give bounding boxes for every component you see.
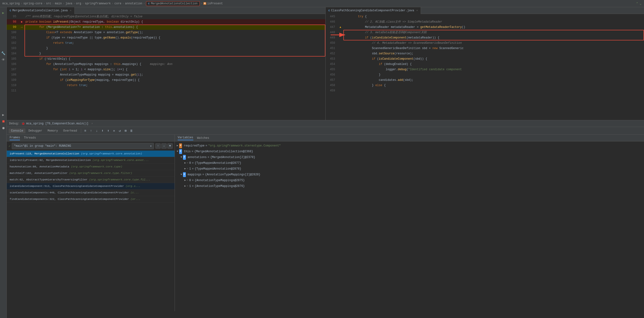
line-code-100: Class<? extends Annotation> type = annot… (24, 30, 325, 35)
frame-package-1: (org.springframework.core.annot... (92, 158, 149, 162)
var-toggle-annotations[interactable]: ▼ (180, 155, 182, 160)
breadcrumb-sep-4: › (63, 2, 64, 5)
breadcrumb-item-7: springframework (85, 2, 111, 5)
thread-filter[interactable]: ▼ (167, 143, 173, 149)
sidebar-step-over-icon[interactable]: ▶ (1, 112, 6, 117)
frame-item-3[interactable]: matchSelf:102, AnnotationTypeFilter (org… (7, 170, 174, 177)
var-name-ann-0: 0 (189, 161, 191, 166)
toolbar-icon-grid[interactable]: ⊞ (123, 128, 128, 133)
breadcrumb-item-1: mca_spring (2, 2, 20, 5)
frame-item-4[interactable]: match:62, AbstractTypeHierarchyTraversin… (7, 177, 174, 183)
code-line-108: 108 AnnotationTypeMapping mapping = mapp… (7, 72, 325, 77)
toolbar-icon-cancel[interactable]: ✕ (112, 128, 117, 133)
main-content: C MergedAnnotationsCollection.java × 95 … (7, 7, 644, 318)
tab-overhead[interactable]: Overhead (61, 128, 80, 133)
frame-method-1: isDirectlyPresent:92, MergedAnnotationsC… (10, 158, 92, 162)
sub-tab-frames[interactable]: Frames (10, 136, 20, 140)
line-code-448: // 3. metaData校验是否和@Component关联 (343, 30, 644, 35)
var-toggle-this[interactable]: ▼ (177, 149, 178, 154)
sidebar-eye-icon[interactable]: 👁 (1, 57, 6, 63)
thread-dropdown[interactable]: "main"@1 in group "main": RUNNING ▾ (12, 143, 154, 149)
var-item-this[interactable]: ▼ F this = {MergedAnnotationsCollection@… (177, 149, 642, 154)
sidebar-tools-icon[interactable]: 🔧 (1, 51, 6, 56)
var-name-annotations: annotations (188, 155, 206, 160)
breadcrumb-item-2: spring-core (23, 2, 42, 5)
frame-item-2[interactable]: hasAnnotation:80, AnnotationMetadata (or… (7, 164, 174, 170)
thread-nav-down[interactable]: ↓ (161, 143, 167, 149)
var-arr-icon-m-0: ≡ (187, 178, 188, 183)
workspace: ▶ 🔧 👁 ▶ ⏹ ⏺ C MergedAnnotationsCollectio… (0, 7, 644, 318)
sidebar-record-icon[interactable]: ⏺ (1, 125, 6, 131)
left-tab-close[interactable]: × (70, 9, 72, 12)
toolbar-icon-refresh[interactable]: ↺ (117, 128, 122, 133)
nav-down-icon[interactable]: ⌄ (640, 2, 642, 6)
line-code-99: for (MergedAnnotation<?> annotation : th… (24, 25, 325, 30)
toolbar-icon-rows[interactable]: ≣ (129, 128, 134, 133)
debug-session-text: mca_spring [T6_ComponentScan.main()] (26, 122, 88, 125)
thread-nav-up[interactable]: ↑ (155, 143, 161, 149)
var-item-map-1[interactable]: ▶ ≡ 1 = {AnnotationTypeMappings@2876} (177, 183, 642, 189)
tab-memory[interactable]: Memory (45, 128, 60, 133)
frame-item-0[interactable]: isPresent:115, MergedAnnotationsCollecti… (7, 150, 174, 157)
breadcrumb-nav-icons: ⌃ ⌄ (636, 2, 642, 6)
toolbar-icon-down2[interactable]: ⬇ (100, 128, 105, 133)
var-item-requiredType[interactable]: ▶ P requiredType = "org.springframework.… (177, 143, 642, 149)
frame-item-5[interactable]: isCandidateComponent:513, ClassPathScann… (7, 183, 174, 190)
var-item-mappings[interactable]: ▼ F mappings = {AnnotationTypeMappings[2… (177, 172, 642, 178)
code-line-451: 451 ScannedGenericBeanDefinition sbd = n… (326, 46, 644, 51)
breakpoint-icon-98[interactable]: ● (21, 19, 22, 25)
line-num-101: 101 (7, 35, 19, 40)
frame-item-7[interactable]: findCandidateComponents:322, ClassPathSc… (7, 196, 174, 203)
left-code-content[interactable]: 95 /** anno类型匹配。requiredType在annotations… (7, 14, 325, 120)
frame-item-6[interactable]: scanCandidateComponents:449, ClassPathSc… (7, 190, 174, 196)
right-file-tab[interactable]: C ClassPathScanningCandidateComponentPro… (326, 7, 421, 14)
var-toggle-map-0[interactable]: ▶ (184, 178, 186, 183)
var-toggle-ann-0[interactable]: ▶ (184, 161, 186, 166)
sidebar-stop-icon[interactable]: ⏹ (1, 119, 6, 124)
code-line-452: 452 sbd.setSource(resource); (326, 51, 644, 56)
breadcrumb-sep-3: › (52, 2, 54, 5)
sub-tab-threads[interactable]: Threads (24, 136, 36, 140)
frame-package-0: (org.springframework.core.annotation) (81, 152, 142, 155)
line-num-106: 106 (7, 62, 19, 67)
var-val-mappings: {AnnotationTypeMappings[2]@2820} (205, 172, 260, 177)
frame-item-1[interactable]: isDirectlyPresent:92, MergedAnnotationsC… (7, 157, 174, 164)
frame-package-4: (org.springframework.core.type.fil... (89, 178, 150, 181)
tab-debugger[interactable]: Debugger (26, 128, 45, 133)
var-name-map-0: 0 (189, 178, 191, 183)
code-line-103: 103 } (7, 46, 325, 51)
var-toggle-ann-1[interactable]: ▶ (184, 167, 186, 171)
debug-session-name: 🐞 mca_spring [T6_ComponentScan.main()] (21, 122, 88, 125)
toolbar-icon-up2[interactable]: ⬆ (106, 128, 111, 133)
debug-session-close[interactable]: × (91, 122, 93, 125)
code-line-111: 111 (7, 88, 325, 93)
line-num-95: 95 (7, 14, 19, 19)
var-toggle-requiredType[interactable]: ▶ (177, 143, 178, 148)
sub-tab-variables[interactable]: Variables (178, 136, 193, 140)
right-tab-class-icon: C (328, 9, 330, 12)
sidebar-run-icon[interactable]: ▶ (1, 10, 6, 15)
var-toggle-mappings[interactable]: ▼ (180, 172, 182, 177)
toolbar-icon-list[interactable]: ≡ (82, 128, 88, 133)
var-item-ann-0[interactable]: ▶ ≡ 0 = {TypeMappedAnnotation@2877} (177, 160, 642, 166)
breadcrumb-class-highlight[interactable]: C MergedAnnotationsCollection (146, 1, 200, 6)
var-item-map-0[interactable]: ▶ ≡ 0 = {AnnotationTypeMappings@2875} (177, 178, 642, 183)
breadcrumb-sep-5: › (73, 2, 75, 5)
right-code-content[interactable]: 445 try { 446 // 2. AC加载.class文件 => Simp… (326, 14, 644, 120)
var-item-annotations[interactable]: ▼ F annotations = {MergedAnnotation[2]@2… (177, 154, 642, 160)
right-tab-close[interactable]: × (416, 9, 418, 12)
line-code-458: } else { (343, 83, 644, 88)
var-item-ann-1[interactable]: ▶ ≡ 1 = {TypeMappedAnnotation@2878} (177, 166, 642, 172)
tab-console[interactable]: Console (9, 128, 26, 133)
line-num-447: 447 (326, 25, 338, 30)
variable-tree: ▶ P requiredType = "org.springframework.… (175, 141, 644, 191)
left-file-tab[interactable]: C MergedAnnotationsCollection.java × (7, 7, 75, 14)
sub-tab-watches[interactable]: Watches (197, 136, 209, 140)
var-eq-annotations: = (208, 155, 209, 160)
var-toggle-map-1[interactable]: ▶ (184, 184, 186, 189)
code-line-455: 455 logger.debug("Identified candidate c… (326, 67, 644, 72)
line-num-455: 455 (326, 67, 338, 72)
toolbar-icon-up[interactable]: ↑ (88, 128, 94, 133)
toolbar-icon-down[interactable]: ↓ (94, 128, 100, 133)
nav-up-icon[interactable]: ⌃ (636, 2, 638, 6)
